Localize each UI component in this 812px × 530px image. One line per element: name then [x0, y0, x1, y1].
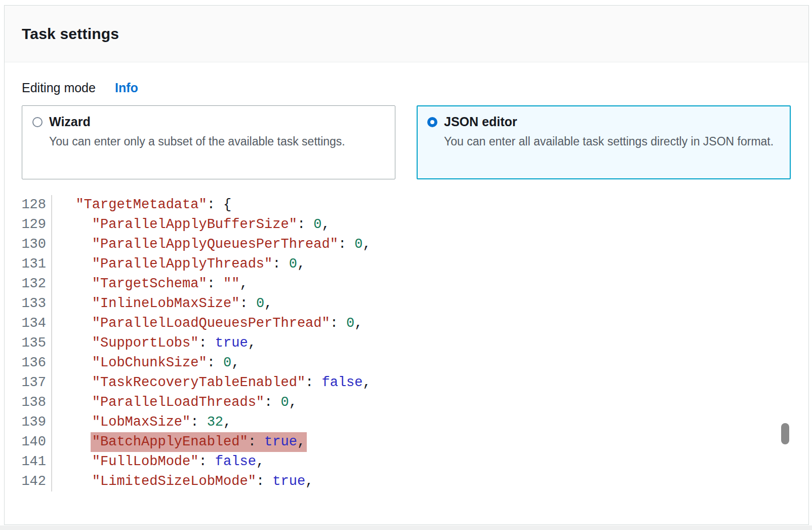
tile-json-editor-label: JSON editor — [444, 115, 517, 129]
code-line[interactable]: 142 "LimitedSizeLobMode": true, — [5, 472, 808, 491]
info-link[interactable]: Info — [115, 81, 138, 95]
code-line[interactable]: 129 "ParallelApplyBufferSize": 0, — [5, 215, 808, 235]
comma: , — [231, 355, 239, 370]
code-line-text[interactable]: "SupportLobs": true, — [52, 333, 256, 353]
separator: : — [297, 217, 313, 232]
code-line[interactable]: 141 "FullLobMode": false, — [5, 452, 808, 472]
code-line-text[interactable]: "ParallelLoadThreads": 0, — [52, 393, 297, 412]
line-number: 141 — [5, 452, 52, 472]
indent — [59, 256, 92, 272]
json-key: "ParallelLoadThreads" — [92, 395, 264, 410]
code-line-text[interactable]: "ParallelApplyBufferSize": 0, — [52, 215, 330, 235]
comma: , — [322, 217, 330, 232]
tile-wizard-header: Wizard — [32, 115, 385, 129]
comma: , — [256, 454, 264, 469]
line-number: 135 — [5, 333, 52, 353]
task-settings-panel: Task settings Editing mode Info Wizard Y… — [4, 5, 809, 525]
editing-mode-tiles: Wizard You can enter only a subset of th… — [22, 105, 791, 179]
code-line-text[interactable]: "ParallelApplyThreads": 0, — [52, 254, 305, 274]
code-segment: "LobChunkSize": 0, — [92, 353, 240, 373]
line-number: 131 — [5, 254, 52, 274]
radio-wizard[interactable] — [32, 117, 43, 127]
separator: : — [198, 335, 215, 351]
line-number: 137 — [5, 373, 52, 393]
tile-json-editor[interactable]: JSON editor You can enter all available … — [417, 105, 791, 179]
page-title: Task settings — [22, 25, 119, 43]
comma: , — [248, 335, 256, 351]
code-segment: "TargetMetadata": { — [75, 195, 231, 215]
code-line-text[interactable]: "LobMaxSize": 32, — [52, 412, 231, 432]
code-line[interactable]: 132 "TargetSchema": "", — [5, 274, 808, 294]
json-value: 0 — [289, 256, 297, 272]
editor-scrollbar-thumb[interactable] — [781, 423, 789, 444]
separator: : — [272, 256, 289, 272]
separator: : — [207, 355, 223, 370]
code-line[interactable]: 136 "LobChunkSize": 0, — [5, 353, 808, 373]
code-line-text[interactable]: "ParallelApplyQueuesPerThread": 0, — [52, 235, 371, 254]
code-line-text[interactable]: "TargetSchema": "", — [52, 274, 248, 294]
json-value: { — [223, 197, 231, 212]
json-value: 0 — [256, 296, 264, 311]
comma: , — [354, 316, 362, 331]
separator: : — [239, 296, 256, 311]
json-key: "TaskRecoveryTableEnabled" — [92, 375, 305, 390]
code-segment: "ParallelApplyBufferSize": 0, — [92, 215, 330, 235]
separator: : — [198, 454, 215, 469]
code-line[interactable]: 140 "BatchApplyEnabled": true, — [5, 432, 808, 452]
code-line-text[interactable]: "InlineLobMaxSize": 0, — [52, 294, 272, 314]
code-line[interactable]: 137 "TaskRecoveryTableEnabled": false, — [5, 373, 808, 393]
json-key: "SupportLobs" — [92, 335, 199, 351]
code-segment: "TargetSchema": "", — [92, 274, 248, 294]
code-line-text[interactable]: "LobChunkSize": 0, — [52, 353, 239, 373]
json-value: true — [264, 434, 297, 449]
json-key: "LobChunkSize" — [92, 355, 207, 370]
radio-json-editor[interactable] — [427, 117, 437, 127]
json-value: false — [322, 375, 363, 390]
json-key: "FullLobMode" — [92, 454, 199, 469]
comma: , — [363, 237, 371, 252]
code-editor[interactable]: 128 "TargetMetadata": {129 "ParallelAppl… — [5, 195, 808, 491]
json-value: 0 — [280, 395, 289, 410]
code-segment: "InlineLobMaxSize": 0, — [92, 294, 272, 314]
code-line[interactable]: 138 "ParallelLoadThreads": 0, — [5, 393, 808, 412]
json-value: 0 — [223, 355, 231, 370]
code-line[interactable]: 139 "LobMaxSize": 32, — [5, 412, 808, 432]
code-line-text[interactable]: "BatchApplyEnabled": true, — [52, 432, 305, 452]
json-key: "TargetSchema" — [92, 276, 207, 291]
line-number: 132 — [5, 274, 52, 294]
code-line[interactable]: 134 "ParallelLoadQueuesPerThread": 0, — [5, 314, 808, 333]
panel-header: Task settings — [5, 6, 808, 62]
separator: : — [264, 395, 280, 410]
line-number: 136 — [5, 353, 52, 373]
tile-wizard[interactable]: Wizard You can enter only a subset of th… — [22, 105, 395, 179]
indent — [59, 197, 75, 212]
json-key: "ParallelApplyBufferSize" — [92, 217, 297, 232]
editing-mode-label: Editing mode — [22, 81, 96, 95]
code-line[interactable]: 131 "ParallelApplyThreads": 0, — [5, 254, 808, 274]
json-value: 32 — [207, 414, 223, 430]
code-line-text[interactable]: "FullLobMode": false, — [52, 452, 264, 472]
indent — [59, 434, 92, 449]
code-line[interactable]: 130 "ParallelApplyQueuesPerThread": 0, — [5, 235, 808, 254]
comma: , — [305, 474, 313, 489]
highlighted-code-segment: "BatchApplyEnabled": true, — [91, 432, 307, 452]
code-line-text[interactable]: "ParallelLoadQueuesPerThread": 0, — [52, 314, 363, 333]
line-number: 142 — [5, 472, 52, 491]
code-line[interactable]: 133 "InlineLobMaxSize": 0, — [5, 294, 808, 314]
json-key: "TargetMetadata" — [75, 197, 207, 212]
code-line[interactable]: 135 "SupportLobs": true, — [5, 333, 808, 353]
separator: : — [207, 197, 223, 212]
code-line-text[interactable]: "TaskRecoveryTableEnabled": false, — [52, 373, 371, 393]
code-line-text[interactable]: "TargetMetadata": { — [52, 195, 231, 215]
page-background-strip — [0, 525, 812, 530]
indent — [59, 355, 92, 370]
json-value: 0 — [313, 217, 321, 232]
json-value: "" — [223, 276, 239, 291]
code-segment: "ParallelApplyThreads": 0, — [92, 254, 305, 274]
separator: : — [207, 276, 223, 291]
code-line[interactable]: 128 "TargetMetadata": { — [5, 195, 808, 215]
code-line-text[interactable]: "LimitedSizeLobMode": true, — [52, 472, 313, 491]
comma: , — [264, 296, 272, 311]
code-segment: "FullLobMode": false, — [92, 452, 264, 472]
separator: : — [190, 414, 207, 430]
